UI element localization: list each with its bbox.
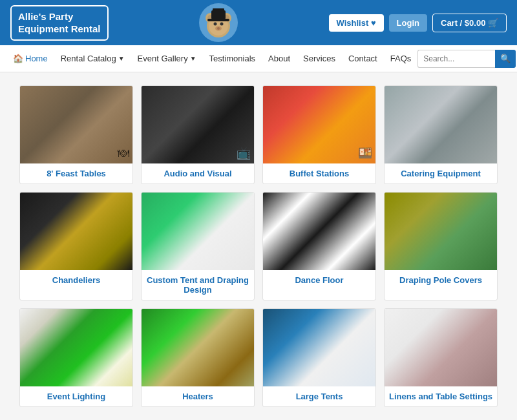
gallery-item[interactable]: Draping Pole Covers (384, 192, 498, 300)
gallery-item[interactable]: Custom Tent and Draping Design (141, 192, 255, 300)
nav-item-label: Rental Catalog (61, 54, 116, 63)
svg-rect-12 (213, 8, 224, 12)
gallery-image (20, 193, 132, 270)
home-icon: 🏠 (13, 54, 23, 63)
gallery-item[interactable]: Large Tents (262, 308, 376, 407)
gallery-item-label: Custom Tent and Draping Design (142, 270, 254, 300)
gallery-item[interactable]: Catering Equipment (384, 85, 498, 184)
gallery-item-label: Buffet Stations (263, 163, 375, 184)
search-button[interactable]: 🔍 (495, 50, 516, 68)
nav-home-label: Home (25, 54, 48, 63)
gallery-item-label: Chandeliers (20, 270, 132, 290)
gallery-image (385, 193, 497, 270)
gallery-item-label: Large Tents (263, 386, 375, 406)
gallery-image (20, 309, 132, 386)
gallery-image (142, 309, 254, 386)
logo-line1: Allie's Party (18, 11, 73, 22)
nav-home[interactable]: 🏠 Home (6, 45, 54, 72)
nav-item-label: Contact (348, 54, 377, 63)
gallery-item[interactable]: 8' Feast Tables (19, 85, 133, 184)
svg-rect-10 (211, 10, 226, 19)
gallery-item[interactable]: Heaters (141, 308, 255, 407)
svg-point-9 (217, 27, 220, 30)
gallery-item[interactable]: Event Lighting (19, 308, 133, 407)
gallery-item[interactable]: Dance Floor (262, 192, 376, 300)
logo: Allie's Party Equipment Rental (10, 5, 109, 41)
logo-line2: Equipment Rental (18, 23, 101, 34)
header: Allie's Party Equipment Rental (0, 0, 517, 45)
header-actions: Wishlist ♥ Login Cart / $0.00 🛒 (329, 14, 507, 32)
nav-item-label: Testimonials (209, 54, 256, 63)
gallery-item-label: Dance Floor (263, 270, 375, 290)
svg-point-7 (220, 22, 223, 25)
search-input[interactable] (417, 50, 495, 68)
nav-search: 🔍 (417, 50, 516, 68)
gallery-image (142, 86, 254, 163)
nav-contact[interactable]: Contact (342, 45, 384, 72)
chevron-down-icon: ▼ (118, 55, 125, 62)
gallery-image (142, 193, 254, 270)
gallery-item-label: 8' Feast Tables (20, 163, 132, 184)
gallery-image (385, 309, 497, 386)
nav-item-label: Services (303, 54, 335, 63)
gallery-item[interactable]: Audio and Visual (141, 85, 255, 184)
gallery-item-label: Audio and Visual (142, 163, 254, 184)
login-button[interactable]: Login (389, 14, 427, 32)
gallery-item[interactable]: Buffet Stations (262, 85, 376, 184)
nav-faqs[interactable]: FAQs (384, 45, 418, 72)
bear-mascot (199, 3, 238, 42)
nav-services[interactable]: Services (297, 45, 342, 72)
nav-rental-catalog[interactable]: Rental Catalog ▼ (54, 45, 131, 72)
gallery-image (263, 193, 375, 270)
logo-center (109, 3, 329, 42)
wishlist-button[interactable]: Wishlist ♥ (329, 14, 384, 32)
gallery-image (385, 86, 497, 163)
gallery-grid: 8' Feast Tables Audio and Visual Buffet … (19, 85, 498, 407)
gallery-item-label: Heaters (142, 386, 254, 406)
gallery-section: 8' Feast Tables Audio and Visual Buffet … (0, 72, 517, 420)
gallery-item[interactable]: Chandeliers (19, 192, 133, 300)
nav-event-gallery[interactable]: Event Gallery ▼ (131, 45, 203, 72)
gallery-image (20, 86, 132, 163)
gallery-item-label: Event Lighting (20, 386, 132, 406)
chevron-down-icon: ▼ (190, 55, 196, 62)
bear-svg (201, 5, 237, 41)
nav-item-label: Event Gallery (138, 54, 188, 63)
gallery-image (263, 86, 375, 163)
cart-button[interactable]: Cart / $0.00 🛒 (432, 14, 507, 32)
gallery-item-label: Linens and Table Settings (385, 386, 497, 406)
svg-point-6 (213, 22, 216, 25)
nav-testimonials[interactable]: Testimonials (203, 45, 262, 72)
svg-rect-11 (207, 19, 229, 21)
gallery-item-label: Catering Equipment (385, 163, 497, 184)
nav-item-label: FAQs (390, 54, 412, 63)
gallery-image (263, 309, 375, 386)
gallery-item-label: Draping Pole Covers (385, 270, 497, 290)
nav-item-label: About (268, 54, 290, 63)
navigation: 🏠 Home Rental Catalog ▼ Event Gallery ▼ … (0, 45, 517, 72)
gallery-item[interactable]: Linens and Table Settings (384, 308, 498, 407)
nav-about[interactable]: About (262, 45, 297, 72)
